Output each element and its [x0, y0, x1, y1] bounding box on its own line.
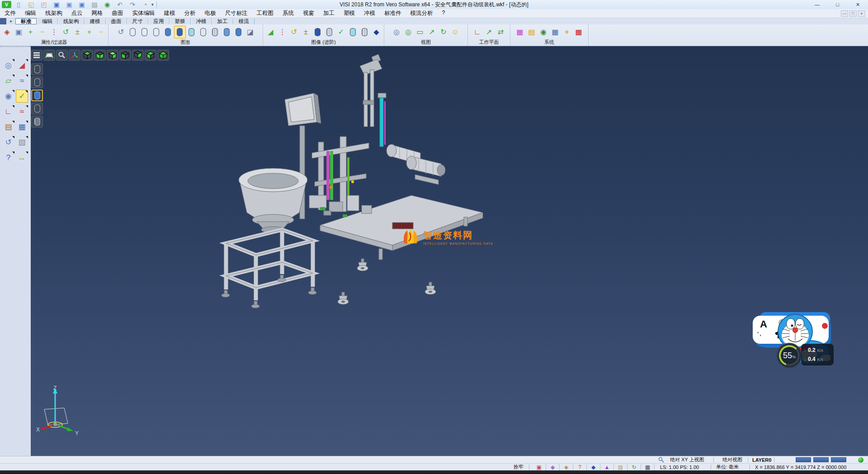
color-swatch[interactable] — [813, 457, 829, 462]
view-mode-label[interactable]: 绝对 XY 上视图 — [670, 456, 704, 463]
filter-add-icon[interactable]: + — [25, 26, 37, 38]
toolbar-tab[interactable]: 曲面 — [106, 18, 127, 24]
system-colors-icon[interactable]: ▦ — [514, 26, 526, 38]
menu-item[interactable]: 加工 — [319, 9, 339, 17]
toolbar-tab[interactable]: 模流 — [233, 18, 255, 24]
mdi-minimize-button[interactable]: — — [841, 10, 848, 17]
status-grid-icon[interactable]: ▦ — [641, 464, 655, 470]
toolbar-tab[interactable]: 标准 — [15, 18, 37, 24]
status-help-icon[interactable]: ? — [573, 464, 587, 470]
measure-tool[interactable]: ↔ — [16, 151, 28, 164]
view-iso-icon[interactable] — [157, 50, 169, 61]
workplane-create-icon[interactable]: ∟ — [472, 26, 483, 38]
color-swatch[interactable] — [831, 457, 846, 462]
menu-item[interactable]: 系统 — [278, 9, 298, 17]
redo-icon[interactable]: ↷ — [127, 1, 138, 9]
zoom-extents-icon[interactable]: ◎ — [391, 26, 402, 38]
advanced-levels-icon[interactable]: ⋮ — [277, 26, 288, 38]
battery-gauge-widget[interactable]: 55% — [777, 343, 802, 368]
hide-entities-icon[interactable]: − — [95, 26, 107, 38]
minimize-button[interactable]: — — [807, 0, 827, 9]
view-left-icon[interactable] — [119, 50, 131, 61]
toolbar-tab[interactable]: 塑膜 — [170, 18, 191, 24]
history-icon[interactable]: ◔ — [140, 1, 151, 9]
display-hidden-icon[interactable] — [31, 76, 43, 88]
status-snap-icon[interactable]: ◆ — [587, 464, 600, 470]
translucent-display-icon[interactable] — [186, 26, 198, 38]
import-file-icon[interactable]: ◰ — [38, 1, 49, 9]
zoom-icon[interactable] — [56, 50, 68, 61]
attributes-tool[interactable]: ▤ — [2, 120, 14, 133]
system-select-icon[interactable]: + — [561, 26, 573, 38]
regenerate-tool[interactable]: ↺ — [2, 136, 14, 149]
menu-item[interactable]: 建模 — [160, 9, 180, 17]
system-table-icon[interactable]: ▦ — [549, 26, 561, 38]
view-refresh-icon[interactable]: ↻ — [438, 26, 449, 38]
regen-solid-icon[interactable] — [221, 26, 233, 38]
menu-item[interactable]: 冲模 — [359, 9, 380, 17]
advanced-toggle-icon[interactable]: ± — [300, 26, 312, 38]
toolbar-tab[interactable]: 加工 — [212, 18, 233, 24]
tab-dropdown-icon[interactable]: ▼ — [6, 18, 15, 24]
menu-icon[interactable] — [31, 50, 42, 61]
export-icon[interactable]: ▣ — [76, 1, 87, 9]
filter-toggle-icon[interactable]: ± — [72, 26, 84, 38]
confirm-tool[interactable]: ✓ — [16, 90, 28, 103]
new-file-icon[interactable]: ▯ — [13, 1, 24, 9]
menu-item[interactable]: 曲面 — [108, 9, 128, 17]
lock-toggle[interactable]: 拴牢 — [514, 464, 524, 470]
shaded-display-icon[interactable] — [162, 26, 174, 38]
close-button[interactable]: × — [848, 0, 868, 9]
import-solid-icon[interactable] — [233, 26, 245, 38]
solid-shaded-icon[interactable] — [312, 26, 324, 38]
toolbar-tab[interactable]: 线架构 — [58, 18, 85, 24]
status-style-icon[interactable]: ◆ — [546, 464, 560, 470]
mdi-restore-button[interactable]: □ — [849, 10, 857, 17]
menu-item[interactable]: 尺寸标注 — [221, 9, 252, 17]
menu-item[interactable]: 塑模 — [339, 9, 359, 17]
view-right-icon[interactable] — [132, 50, 144, 61]
color-swatch[interactable] — [796, 457, 811, 462]
system-options-icon[interactable]: ◉ — [538, 26, 549, 38]
zoom-solid-tool[interactable]: ◉ — [2, 90, 14, 103]
toolbar-tab[interactable]: 冲模 — [191, 18, 212, 24]
save-icon[interactable]: ▣ — [51, 1, 62, 9]
machine-model[interactable] — [31, 46, 868, 456]
layer-indicator[interactable]: LAYER0 — [752, 456, 771, 463]
status-prism-icon[interactable]: ▲ — [600, 464, 614, 470]
menu-item[interactable]: 模流分析 — [406, 9, 438, 17]
status-attach-icon[interactable]: ◈ — [560, 464, 573, 470]
attributes-modify-icon[interactable]: ◈ — [1, 26, 13, 38]
search-icon[interactable] — [658, 456, 664, 463]
attributes-copy-icon[interactable]: ▣ — [13, 26, 25, 38]
view-bottom-icon[interactable] — [94, 50, 106, 61]
display-hatch-icon[interactable] — [31, 116, 43, 128]
shaded-edges-display-icon[interactable] — [174, 26, 186, 38]
ghost-display-icon[interactable] — [198, 26, 209, 38]
print-icon[interactable]: ▤ — [89, 1, 100, 9]
menu-item[interactable]: 工程图 — [252, 9, 278, 17]
axes-icon[interactable] — [69, 50, 80, 61]
network-speed-widget[interactable]: ↑ 0.2 K/s ↓ 0.4 K/s — [801, 344, 834, 365]
status-layers-icon[interactable]: ▤ — [614, 464, 627, 470]
filter-refresh-icon[interactable]: ↺ — [60, 26, 72, 38]
solid-tool[interactable]: ▧ — [16, 136, 28, 149]
show-entities-icon[interactable]: + — [84, 26, 95, 38]
view-back-icon[interactable] — [107, 50, 118, 61]
status-autorotate-icon[interactable]: ↻ — [627, 464, 641, 470]
hatch-display-icon[interactable] — [209, 26, 221, 38]
display-wireframe-icon[interactable] — [31, 63, 43, 75]
maximize-button[interactable]: □ — [827, 0, 848, 9]
view-front-icon[interactable] — [145, 50, 156, 61]
menu-item[interactable]: 线架构 — [41, 9, 67, 17]
display-shaded-icon[interactable] — [31, 90, 43, 101]
toolbar-tab[interactable]: 建模 — [85, 18, 106, 24]
taskbar[interactable] — [0, 470, 868, 474]
window-tile-tool[interactable]: ▦ — [16, 120, 28, 133]
solid-verify-icon[interactable]: ✓ — [335, 26, 347, 38]
zoom-dynamic-icon[interactable]: ↗ — [426, 26, 438, 38]
zoom-window-icon[interactable]: ▭ — [414, 26, 426, 38]
selection-zoom-tool[interactable]: ◎ — [2, 59, 14, 72]
mdi-close-button[interactable]: × — [858, 10, 865, 17]
hidden-line-display-icon[interactable] — [139, 26, 151, 38]
